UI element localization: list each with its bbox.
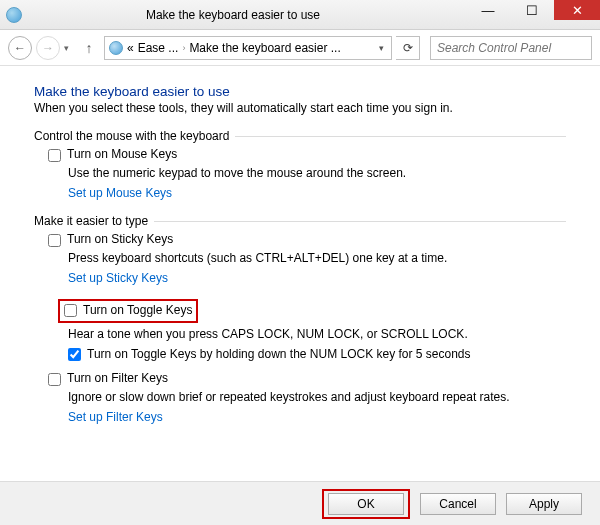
apply-button[interactable]: Apply bbox=[506, 493, 582, 515]
page-subheading: When you select these tools, they will a… bbox=[34, 101, 566, 115]
filter-keys-checkbox[interactable] bbox=[48, 373, 61, 386]
section-mouse-title: Control the mouse with the keyboard bbox=[34, 129, 566, 143]
breadcrumb-segment[interactable]: Ease ... bbox=[138, 41, 179, 55]
window-title: Make the keyboard easier to use bbox=[0, 8, 466, 22]
mouse-keys-setup-link[interactable]: Set up Mouse Keys bbox=[68, 186, 566, 200]
mouse-keys-row: Turn on Mouse Keys bbox=[48, 147, 566, 162]
navbar: ← → ▾ ↑ « Ease ... › Make the keyboard e… bbox=[0, 30, 600, 66]
sticky-keys-row: Turn on Sticky Keys bbox=[48, 232, 566, 247]
cancel-button[interactable]: Cancel bbox=[420, 493, 496, 515]
maximize-button[interactable]: ☐ bbox=[510, 0, 554, 20]
address-bar[interactable]: « Ease ... › Make the keyboard easier ..… bbox=[104, 36, 392, 60]
mouse-keys-checkbox[interactable] bbox=[48, 149, 61, 162]
toggle-keys-label[interactable]: Turn on Toggle Keys bbox=[83, 303, 192, 317]
toggle-keys-checkbox[interactable] bbox=[64, 304, 77, 317]
toggle-keys-numlock-row: Turn on Toggle Keys by holding down the … bbox=[68, 347, 566, 361]
toggle-keys-description: Hear a tone when you press CAPS LOCK, NU… bbox=[68, 327, 566, 341]
footer-buttons: OK Cancel Apply bbox=[0, 481, 600, 525]
content-pane: Make the keyboard easier to use When you… bbox=[0, 66, 600, 481]
breadcrumb-prefix: « bbox=[127, 41, 134, 55]
filter-keys-label[interactable]: Turn on Filter Keys bbox=[67, 371, 168, 385]
address-dropdown[interactable]: ▾ bbox=[375, 43, 387, 53]
chevron-right-icon: › bbox=[182, 43, 185, 53]
ok-button[interactable]: OK bbox=[328, 493, 404, 515]
ok-button-highlight: OK bbox=[322, 489, 410, 519]
sticky-keys-setup-link[interactable]: Set up Sticky Keys bbox=[68, 271, 566, 285]
page-heading: Make the keyboard easier to use bbox=[34, 84, 566, 99]
up-button[interactable]: ↑ bbox=[78, 37, 100, 59]
breadcrumb-segment[interactable]: Make the keyboard easier ... bbox=[189, 41, 340, 55]
sticky-keys-label[interactable]: Turn on Sticky Keys bbox=[67, 232, 173, 246]
toggle-keys-numlock-label[interactable]: Turn on Toggle Keys by holding down the … bbox=[87, 347, 471, 361]
mouse-keys-description: Use the numeric keypad to move the mouse… bbox=[68, 166, 566, 180]
sticky-keys-description: Press keyboard shortcuts (such as CTRL+A… bbox=[68, 251, 566, 265]
sticky-keys-checkbox[interactable] bbox=[48, 234, 61, 247]
window-controls: — ☐ ✕ bbox=[466, 0, 600, 29]
close-button[interactable]: ✕ bbox=[554, 0, 600, 20]
titlebar: Make the keyboard easier to use — ☐ ✕ bbox=[0, 0, 600, 30]
toggle-keys-numlock-checkbox[interactable] bbox=[68, 348, 81, 361]
toggle-keys-highlight: Turn on Toggle Keys bbox=[58, 299, 198, 323]
section-type-title: Make it easier to type bbox=[34, 214, 566, 228]
search-input[interactable] bbox=[437, 41, 585, 55]
minimize-button[interactable]: — bbox=[466, 0, 510, 20]
mouse-keys-label[interactable]: Turn on Mouse Keys bbox=[67, 147, 177, 161]
forward-button[interactable]: → bbox=[36, 36, 60, 60]
search-box[interactable] bbox=[430, 36, 592, 60]
filter-keys-setup-link[interactable]: Set up Filter Keys bbox=[68, 410, 566, 424]
filter-keys-description: Ignore or slow down brief or repeated ke… bbox=[68, 390, 566, 404]
history-dropdown[interactable]: ▾ bbox=[64, 43, 74, 53]
refresh-button[interactable]: ⟳ bbox=[396, 36, 420, 60]
control-panel-icon bbox=[109, 41, 123, 55]
back-button[interactable]: ← bbox=[8, 36, 32, 60]
filter-keys-row: Turn on Filter Keys bbox=[48, 371, 566, 386]
